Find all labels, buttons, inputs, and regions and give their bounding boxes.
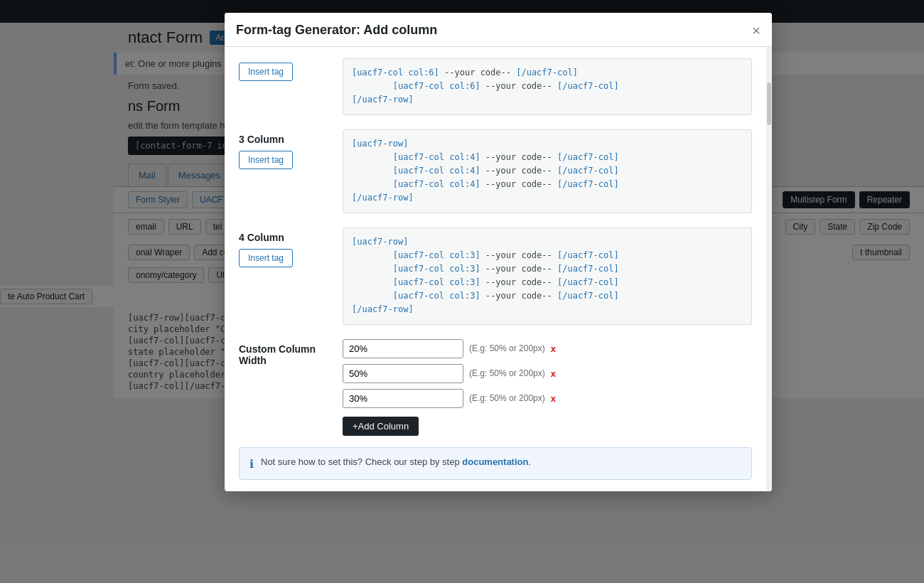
modal-overlay[interactable]: Form-tag Generator: Add column × Insert … [0,0,924,583]
two-column-label-area: Insert tag [239,58,331,81]
custom-input-row-2: (E.g: 50% or 200px) x [343,364,752,383]
modal-scrollbar[interactable] [766,47,772,491]
hint-1: (E.g: 50% or 200px) [469,343,545,353]
custom-input-row-3: (E.g: 50% or 200px) x [343,389,752,408]
add-column-button[interactable]: +Add Column [343,417,419,436]
custom-input-row-1: (E.g: 50% or 200px) x [343,339,752,358]
documentation-link[interactable]: documentation [462,456,528,467]
modal-body: Insert tag [uacf7-col col:6] --your code… [225,47,772,491]
four-column-label-area: 4 Column Insert tag [239,228,331,267]
custom-input-2[interactable] [343,364,463,383]
custom-input-3[interactable] [343,389,463,408]
four-column-section: 4 Column Insert tag [uacf7-row] [uacf7-c… [239,228,752,325]
three-column-label-area: 3 Column Insert tag [239,129,331,169]
remove-input-3[interactable]: x [551,393,556,404]
custom-column-inputs-area: (E.g: 50% or 200px) x (E.g: 50% or 200px… [343,339,752,436]
custom-input-1[interactable] [343,339,463,358]
modal-scroll-area[interactable]: Insert tag [uacf7-col col:6] --your code… [225,47,766,491]
three-column-section: 3 Column Insert tag [uacf7-row] [uacf7-c… [239,129,752,213]
insert-tag-btn-top[interactable]: Insert tag [239,63,293,81]
modal-header: Form-tag Generator: Add column × [225,13,772,47]
insert-tag-btn-3col[interactable]: Insert tag [239,151,293,169]
modal-close-button[interactable]: × [752,23,761,38]
insert-tag-btn-4col[interactable]: Insert tag [239,249,293,267]
four-column-code-preview: [uacf7-row] [uacf7-col col:3] --your cod… [343,228,752,325]
three-column-label: 3 Column [239,134,331,145]
modal-scrollbar-thumb [767,82,771,125]
custom-column-section: Custom Column Width (E.g: 50% or 200px) … [239,339,752,436]
three-column-code-preview: [uacf7-row] [uacf7-col col:4] --your cod… [343,129,752,213]
info-box: ℹ Not sure how to set this? Check our st… [239,447,752,480]
hint-3: (E.g: 50% or 200px) [469,393,545,403]
info-text: Not sure how to set this? Check our step… [261,456,531,467]
two-column-code-preview: [uacf7-col col:6] --your code-- [/uacf7-… [343,58,752,115]
remove-input-2[interactable]: x [551,368,556,379]
four-column-label: 4 Column [239,232,331,243]
hint-2: (E.g: 50% or 200px) [469,368,545,378]
modal-title: Form-tag Generator: Add column [236,23,437,38]
info-icon: ℹ [249,457,254,471]
remove-input-1[interactable]: x [551,343,556,354]
custom-column-label: Custom Column Width [239,339,331,366]
two-column-section: Insert tag [uacf7-col col:6] --your code… [239,58,752,115]
form-tag-generator-modal: Form-tag Generator: Add column × Insert … [225,13,772,491]
